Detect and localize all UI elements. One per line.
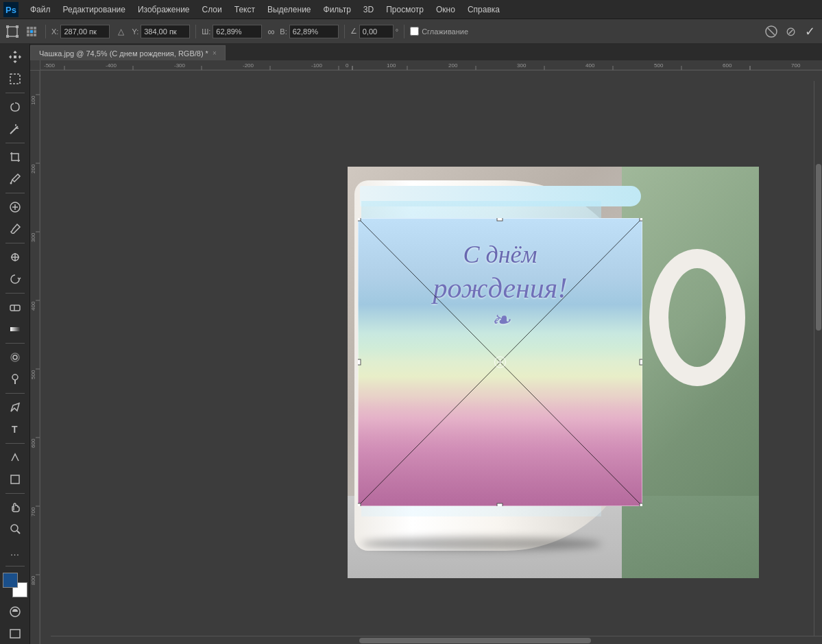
tool-extra[interactable]: … (4, 542, 26, 562)
h-field: В: (280, 25, 338, 38)
menu-help[interactable]: Справка (462, 3, 505, 16)
card-inner: С днём рождения! ❧ (358, 218, 642, 506)
tool-hand[interactable] (4, 497, 26, 517)
tool-history-brush[interactable] (4, 269, 26, 289)
reference-point-icon[interactable] (23, 23, 40, 40)
menu-view[interactable]: Просмотр (380, 3, 429, 16)
menu-edit[interactable]: Редактирование (58, 3, 131, 16)
canvas-scroll: С днём рождения! ❧ (40, 71, 822, 644)
mask-icon[interactable] (763, 23, 779, 40)
svg-line-17 (768, 28, 775, 35)
smoothing-checkbox[interactable] (410, 27, 419, 36)
link-proportions-icon[interactable]: ∞ (265, 26, 277, 37)
svg-rect-18 (14, 56, 16, 58)
transform-icon (4, 23, 21, 40)
svg-point-35 (12, 374, 18, 380)
menu-filter[interactable]: Фильтр (318, 3, 356, 16)
x-field: X: (51, 25, 110, 38)
tool-clone-stamp[interactable] (4, 247, 26, 267)
commit-transform-button[interactable]: ✓ (801, 23, 818, 40)
vertical-scrollbar[interactable] (814, 81, 822, 636)
svg-rect-19 (10, 74, 20, 84)
svg-point-25 (10, 182, 12, 184)
tool-healing-brush[interactable] (4, 197, 26, 217)
cancel-transform-button[interactable]: ⊘ (782, 23, 799, 40)
document-tab[interactable]: Чашка.jpg @ 74,5% (С днем рождения, RGB/… (30, 45, 226, 60)
canvas-wrapper: -500 -400 -300 -200 -100 0 100 (30, 60, 822, 644)
horizontal-scrollbar[interactable] (51, 636, 822, 644)
tool-pen[interactable] (4, 397, 26, 418)
svg-rect-6 (16, 35, 19, 38)
svg-text:200: 200 (448, 62, 458, 69)
tool-rectangular-marquee[interactable] (4, 69, 26, 89)
y-field: Y: (132, 25, 190, 38)
menu-select[interactable]: Выделение (262, 3, 317, 16)
svg-rect-8 (30, 27, 33, 29)
mug-shadow (361, 537, 601, 551)
menu-file[interactable]: Файл (25, 3, 56, 16)
svg-line-40 (17, 531, 20, 534)
svg-point-39 (11, 525, 18, 532)
main-area: T … (0, 44, 822, 644)
svg-rect-38 (11, 475, 19, 484)
svg-rect-71 (30, 71, 40, 644)
tool-type[interactable]: T (4, 419, 26, 440)
angle-input[interactable] (359, 25, 394, 38)
birthday-card-layer[interactable]: С днём рождения! ❧ (358, 218, 642, 506)
x-input[interactable] (60, 25, 110, 38)
menu-window[interactable]: Окно (431, 3, 461, 16)
tool-brush[interactable] (4, 219, 26, 239)
tool-crop[interactable] (4, 147, 26, 167)
tool-path-selection[interactable] (4, 447, 26, 468)
tool-shape[interactable] (4, 469, 26, 490)
menu-items: Файл Редактирование Изображение Слои Тек… (25, 3, 505, 16)
tool-dodge[interactable] (4, 369, 26, 390)
svg-text:700: 700 (791, 62, 801, 69)
menu-layers[interactable]: Слои (197, 3, 228, 16)
screen-mode-button[interactable] (4, 623, 26, 644)
menu-3d[interactable]: 3D (358, 3, 379, 16)
menu-image[interactable]: Изображение (132, 3, 195, 16)
tool-magic-wand[interactable] (4, 119, 26, 139)
svg-text:-400: -400 (106, 62, 117, 69)
h-label: В: (280, 27, 287, 36)
tool-gradient[interactable] (4, 319, 26, 339)
tool-blur[interactable] (4, 347, 26, 368)
vertical-ruler: 100 200 300 400 500 600 700 (30, 71, 40, 644)
tool-eraser[interactable] (4, 297, 26, 318)
tool-zoom[interactable] (4, 518, 26, 539)
toolbar: T … (0, 44, 30, 644)
h-input[interactable] (289, 25, 339, 38)
svg-rect-32 (10, 327, 20, 331)
svg-rect-11 (30, 30, 33, 33)
birthday-text: С днём рождения! ❧ (378, 239, 622, 335)
svg-text:0: 0 (346, 62, 349, 69)
svg-text:500: 500 (30, 370, 36, 379)
menu-text[interactable]: Текст (229, 3, 261, 16)
tool-lasso[interactable] (4, 97, 26, 117)
svg-point-34 (13, 355, 17, 359)
menu-bar: Ps Файл Редактирование Изображение Слои … (0, 0, 822, 19)
quick-mask-button[interactable] (4, 601, 26, 622)
svg-rect-9 (34, 27, 36, 29)
tab-close-button[interactable]: × (213, 49, 217, 57)
svg-text:600: 600 (723, 62, 732, 69)
color-picker[interactable] (3, 573, 27, 597)
svg-text:T: T (12, 424, 18, 435)
svg-text:200: 200 (30, 164, 36, 174)
card-flowers (358, 396, 642, 506)
svg-rect-15 (34, 34, 36, 36)
w-field: Ш: (202, 25, 262, 38)
w-input[interactable] (213, 25, 262, 38)
x-label: X: (51, 27, 58, 36)
tool-move[interactable] (4, 47, 26, 67)
tool-eyedropper[interactable] (4, 169, 26, 189)
angle-label: ∠ (350, 27, 357, 36)
angle-degree: ° (396, 27, 398, 36)
svg-text:-100: -100 (311, 62, 323, 69)
y-input[interactable] (141, 25, 190, 38)
ps-canvas: С днём рождения! ❧ (40, 71, 822, 644)
w-label: Ш: (202, 27, 210, 36)
ruler-corner (30, 60, 40, 71)
svg-text:100: 100 (30, 95, 36, 105)
